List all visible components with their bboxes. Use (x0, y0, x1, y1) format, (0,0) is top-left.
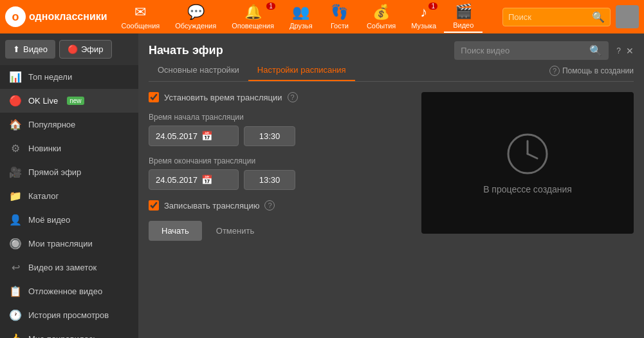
help-question-icon: ? (549, 66, 560, 76)
start-button[interactable]: Начать (149, 221, 202, 241)
nav-search-input[interactable] (508, 12, 592, 22)
start-time-field[interactable]: 13:30 (244, 126, 295, 146)
notifications-icon: 🔔 (244, 4, 262, 21)
end-time-label: Время окончания трансляции (149, 156, 411, 165)
sidebar-item-my-broadcasts[interactable]: 🔘 Мои трансляции (0, 232, 138, 256)
record-checkbox[interactable] (149, 200, 159, 211)
my-broadcasts-icon: 🔘 (9, 238, 22, 250)
end-calendar-icon: 📅 (201, 174, 212, 185)
logo[interactable]: о одноклассники (5, 6, 107, 27)
nav-item-messages[interactable]: ✉ Сообщения (114, 1, 168, 32)
content-area: Начать эфир 🔍 ? ✕ Основные настройки Н (138, 33, 644, 338)
broadcast-icon: 🔴 (68, 44, 78, 54)
schedule-help-icon[interactable]: ? (288, 92, 298, 102)
sidebar-item-liked[interactable]: 👍 Мне понравилось (0, 327, 138, 338)
broadcast-label: Эфир (81, 44, 104, 54)
nav-label-video: Видео (453, 21, 474, 29)
sidebar-item-my-video[interactable]: 👤 Моё видео (0, 208, 138, 232)
cancel-button[interactable]: Отменить (210, 221, 261, 241)
preview-label: В процессе создания (483, 184, 572, 194)
friends-icon: 👥 (292, 4, 309, 21)
top-navigation: о одноклассники ✉ Сообщения 💬 Обсуждения… (0, 0, 644, 33)
nav-search-icon: 🔍 (592, 11, 605, 23)
tab-schedule-settings[interactable]: Настройки расписания (248, 60, 355, 81)
help-link[interactable]: ? Помощь в создании (549, 66, 634, 81)
messages-icon: ✉ (134, 4, 146, 21)
nav-search[interactable]: 🔍 (502, 8, 611, 26)
sidebar-item-live[interactable]: 🎥 Прямой эфир (0, 160, 138, 184)
nav-item-notifications[interactable]: 🔔 1 Оповещения (224, 1, 282, 32)
tab-basic-settings[interactable]: Основные настройки (149, 60, 248, 81)
form-content: Установить время трансляции ? Время нача… (138, 82, 644, 338)
sidebar-item-ok-live[interactable]: 🔴 OK Live new (0, 89, 138, 113)
end-time-value: 13:30 (259, 175, 281, 185)
record-help-icon[interactable]: ? (264, 200, 275, 211)
nav-item-guests[interactable]: 👣 Гости (320, 1, 359, 32)
sidebar-label-popular: Популярное (28, 120, 75, 129)
live-icon: 🎥 (9, 166, 22, 178)
sidebar-item-top-week[interactable]: 📊 Топ недели (0, 65, 138, 89)
close-button[interactable]: ✕ (626, 46, 634, 56)
nav-label-music: Музыка (411, 22, 436, 30)
sidebar-items: 📊 Топ недели 🔴 OK Live new 🏠 Популярное … (0, 65, 138, 338)
liked-icon: 👍 (9, 333, 22, 338)
sidebar: ⬆ Видео 🔴 Эфир 📊 Топ недели 🔴 OK Live ne… (0, 33, 138, 338)
discussions-icon: 💬 (187, 4, 205, 21)
nav-item-video[interactable]: 🎬 Видео (444, 1, 483, 33)
nav-item-friends[interactable]: 👥 Друзья (282, 1, 320, 32)
upload-video-button[interactable]: ⬆ Видео (5, 40, 55, 59)
sidebar-label-video-notes: Видео из заметок (28, 263, 97, 272)
sidebar-item-deferred[interactable]: 📋 Отложенное видео (0, 279, 138, 303)
sidebar-item-video-notes[interactable]: ↩ Видео из заметок (0, 256, 138, 279)
nav-item-music[interactable]: ♪ 1 Музыка (403, 1, 444, 32)
sidebar-label-deferred: Отложенное видео (28, 286, 102, 296)
sidebar-label-live: Прямой эфир (28, 167, 81, 177)
sidebar-label-history: История просмотров (28, 310, 109, 320)
nav-item-events[interactable]: 💰 События (359, 1, 403, 32)
nav-label-discussions: Обсуждения (175, 22, 216, 30)
deferred-icon: 📋 (9, 285, 22, 297)
nav-avatar[interactable] (616, 5, 639, 28)
top-week-icon: 📊 (9, 71, 22, 83)
logo-icon: о (5, 6, 26, 27)
form-actions: Начать Отменить (149, 221, 411, 241)
nav-item-discussions[interactable]: 💬 Обсуждения (167, 1, 224, 32)
sidebar-label-catalog: Каталог (28, 191, 59, 201)
ok-live-icon: 🔴 (9, 95, 22, 107)
nav-label-guests: Гости (331, 22, 349, 30)
checkbox-schedule-row: Установить время трансляции ? (149, 92, 411, 102)
upload-label: Видео (23, 44, 48, 54)
nav-label-events: События (367, 22, 396, 30)
sidebar-item-catalog[interactable]: 📁 Каталог (0, 184, 138, 208)
new-icon: ⚙ (9, 142, 22, 155)
music-icon: ♪ (420, 4, 427, 21)
video-icon: 🎬 (455, 3, 472, 20)
sidebar-label-liked: Мне понравилось (28, 334, 97, 338)
end-time-field[interactable]: 13:30 (244, 170, 295, 190)
schedule-checkbox[interactable] (149, 92, 159, 102)
broadcast-button[interactable]: 🔴 Эфир (59, 40, 112, 59)
sidebar-item-popular[interactable]: 🏠 Популярное (0, 113, 138, 136)
record-checkbox-label: Записывать трансляцию (164, 201, 259, 211)
sidebar-top-buttons: ⬆ Видео 🔴 Эфир (0, 33, 138, 65)
form-left: Установить время трансляции ? Время нача… (149, 92, 411, 328)
start-date-field[interactable]: 24.05.2017 📅 (149, 126, 239, 146)
sidebar-item-history[interactable]: 🕐 История просмотров (0, 303, 138, 327)
video-search-bar[interactable]: 🔍 (454, 41, 609, 60)
end-date-field[interactable]: 24.05.2017 📅 (149, 169, 239, 190)
question-mark[interactable]: ? (616, 46, 621, 55)
checkbox-record-row: Записывать трансляцию ? (149, 200, 411, 211)
start-time-value: 13:30 (259, 131, 281, 141)
video-search-input[interactable] (461, 46, 585, 55)
logo-text: одноклассники (29, 11, 107, 23)
sidebar-item-new[interactable]: ⚙ Новинки (0, 136, 138, 160)
sidebar-label-top-week: Топ недели (28, 72, 72, 82)
top-right-controls: ? ✕ (616, 46, 634, 56)
start-date-value: 24.05.2017 (156, 131, 198, 141)
sidebar-label-new: Новинки (28, 144, 61, 153)
sidebar-label-my-broadcasts: Мои трансляции (28, 239, 93, 249)
start-time-label: Время начала трансляции (149, 113, 411, 122)
help-text: Помощь в создании (562, 66, 634, 75)
catalog-icon: 📁 (9, 190, 22, 202)
my-video-icon: 👤 (9, 214, 22, 226)
